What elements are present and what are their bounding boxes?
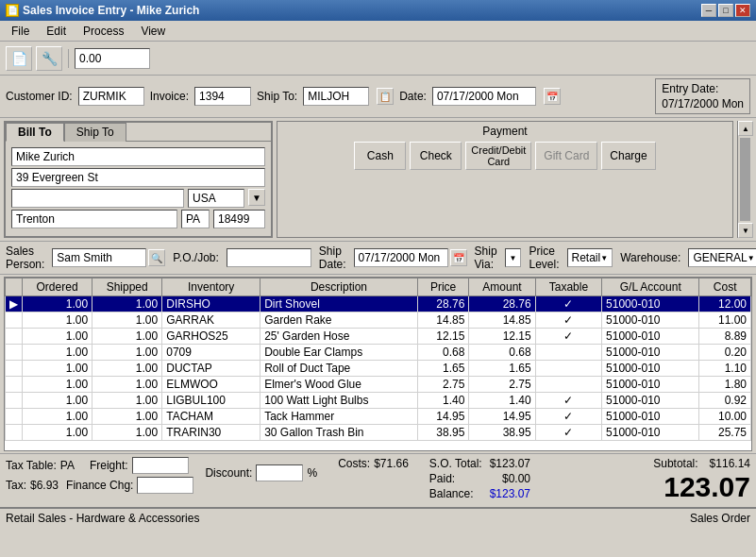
gift-card-button[interactable]: Gift Card [535, 142, 597, 170]
table-row[interactable]: 1.00 1.00 LIGBUL100 100 Watt Light Bulbs… [6, 393, 751, 409]
payment-buttons: Cash Check Credit/Debit Card Gift Card C… [283, 142, 727, 170]
cell-description: Double Ear Clamps [260, 345, 418, 361]
city-field[interactable] [11, 210, 177, 228]
col-price: Price [417, 278, 469, 296]
poj-input[interactable] [227, 248, 311, 267]
tax-value: $6.93 [30, 479, 59, 492]
menu-process[interactable]: Process [76, 23, 131, 40]
cell-inventory: TACHAM [162, 409, 260, 425]
menu-edit[interactable]: Edit [39, 23, 74, 40]
cell-shipped: 1.00 [92, 329, 162, 345]
charge-button[interactable]: Charge [601, 142, 655, 170]
bill-ship-panel: Bill To Ship To ▼ [4, 121, 273, 238]
col-ordered: Ordered [23, 278, 92, 296]
zip-field[interactable] [213, 210, 265, 228]
cell-gl: 51000-010 [602, 425, 699, 441]
cell-gl: 51000-010 [602, 377, 699, 393]
cell-inventory: 0709 [162, 345, 260, 361]
ship-to-lookup-button[interactable]: 📋 [377, 88, 394, 105]
col-description: Description [260, 278, 418, 296]
app-icon: 📄 [6, 4, 19, 17]
finance-chg-input[interactable] [137, 477, 193, 494]
freight-input[interactable] [132, 457, 189, 474]
address-line1-field[interactable] [11, 168, 265, 187]
paid-label: Paid: [429, 472, 455, 485]
ship-date-input[interactable] [354, 248, 448, 267]
cash-button[interactable]: Cash [354, 142, 406, 170]
minimize-button[interactable]: ─ [701, 4, 716, 17]
menu-file[interactable]: File [4, 23, 37, 40]
table-row[interactable]: 1.00 1.00 TACHAM Tack Hammer 14.95 14.95… [6, 409, 751, 425]
ship-via-dropdown[interactable]: ▼ [505, 248, 522, 267]
row-indicator [6, 329, 23, 345]
sales-person-label: Sales Person: [6, 245, 44, 271]
cell-amount: 38.95 [469, 425, 535, 441]
cell-description: 100 Watt Light Bulbs [260, 393, 418, 409]
maximize-button[interactable]: □ [718, 4, 733, 17]
right-scrollbar[interactable]: ▲ ▼ [737, 121, 752, 238]
cell-cost: 12.00 [699, 296, 751, 312]
row-indicator [6, 377, 23, 393]
scroll-up-button[interactable]: ▲ [738, 121, 753, 136]
row-indicator [6, 409, 23, 425]
ship-to-value: MILJOH [303, 87, 369, 106]
cell-taxable: ✓ [535, 312, 601, 329]
cell-description: Elmer's Wood Glue [260, 377, 418, 393]
state-field[interactable] [181, 210, 210, 228]
col-indicator [6, 278, 23, 296]
cell-shipped: 1.00 [92, 345, 162, 361]
col-shipped: Shipped [92, 278, 162, 296]
cell-description: Dirt Shovel [260, 296, 418, 312]
date-value: 07/17/2000 Mon [432, 87, 536, 106]
table-row[interactable]: 1.00 1.00 GARHOS25 25' Garden Hose 12.15… [6, 329, 751, 345]
country-field[interactable] [188, 189, 244, 208]
price-level-arrow-icon: ▼ [600, 254, 608, 262]
ship-to-label: Ship To: [257, 90, 297, 103]
tab-ship-to[interactable]: Ship To [64, 123, 126, 142]
menu-view[interactable]: View [133, 23, 173, 40]
address-name-field[interactable] [11, 147, 265, 166]
credit-debit-button[interactable]: Credit/Debit Card [465, 142, 531, 170]
cell-ordered: 1.00 [23, 393, 92, 409]
table-row[interactable]: 1.00 1.00 DUCTAP Roll of Duct Tape 1.65 … [6, 361, 751, 377]
menu-bar: File Edit Process View [0, 21, 756, 42]
title-bar: 📄 Sales Invoice Entry - Mike Zurich ─ □ … [0, 0, 756, 21]
paid-value: $0.00 [502, 472, 530, 485]
bottom-left: Tax Table: PA Freight: Tax: $6.93 Financ… [6, 457, 193, 494]
country-lookup-button[interactable]: ▼ [248, 189, 265, 206]
toolbar: 📄 🔧 [0, 42, 756, 76]
so-totals-area: S.O. Total: $123.07 Paid: $0.00 Balance:… [429, 457, 530, 500]
toolbar-btn-2[interactable]: 🔧 [36, 46, 62, 71]
row-indicator: ▶ [6, 296, 23, 312]
warehouse-dropdown[interactable]: GENERAL ▼ [688, 248, 756, 267]
discount-input[interactable] [256, 464, 303, 481]
check-button[interactable]: Check [410, 142, 462, 170]
table-row[interactable]: 1.00 1.00 GARRAK Garden Rake 14.85 14.85… [6, 312, 751, 329]
cell-amount: 14.95 [469, 409, 535, 425]
ship-date-calendar-button[interactable]: 📅 [450, 249, 467, 266]
table-row[interactable]: 1.00 1.00 TRARIN30 30 Gallon Trash Bin 3… [6, 425, 751, 441]
window-controls: ─ □ ✕ [701, 4, 750, 17]
tax-label: Tax: [6, 479, 26, 492]
discount-percent-label: % [307, 466, 317, 480]
tab-bill-to[interactable]: Bill To [6, 123, 64, 142]
price-level-dropdown[interactable]: Retail ▼ [567, 248, 613, 267]
cell-ordered: 1.00 [23, 296, 92, 312]
cell-shipped: 1.00 [92, 409, 162, 425]
table-row[interactable]: 1.00 1.00 ELMWOO Elmer's Wood Glue 2.75 … [6, 377, 751, 393]
cell-inventory: DIRSHO [162, 296, 260, 312]
scroll-down-button[interactable]: ▼ [738, 223, 753, 238]
col-taxable: Taxable [535, 278, 601, 296]
invoice-table: Ordered Shipped Inventory Description Pr… [5, 278, 751, 441]
sales-person-lookup-button[interactable]: 🔍 [148, 249, 165, 266]
date-calendar-button[interactable]: 📅 [544, 88, 561, 105]
toolbar-amount-input[interactable] [75, 48, 150, 69]
ship-date-label: Ship Date: [319, 245, 346, 271]
address-line2-field[interactable] [11, 189, 184, 208]
table-row[interactable]: 1.00 1.00 0709 Double Ear Clamps 0.68 0.… [6, 345, 751, 361]
sales-person-input[interactable] [52, 248, 146, 267]
table-row[interactable]: ▶ 1.00 1.00 DIRSHO Dirt Shovel 28.76 28.… [6, 296, 751, 312]
close-button[interactable]: ✕ [735, 4, 750, 17]
toolbar-btn-1[interactable]: 📄 [6, 46, 32, 71]
cell-amount: 12.15 [469, 329, 535, 345]
